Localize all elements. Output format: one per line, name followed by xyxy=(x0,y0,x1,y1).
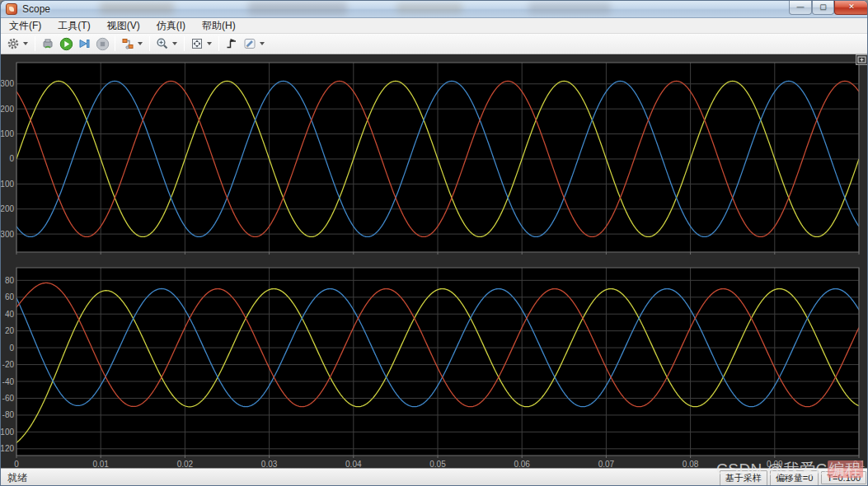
matlab-app-icon xyxy=(6,3,17,15)
menu-help[interactable]: 帮助(H) xyxy=(194,17,244,35)
svg-text:0.02: 0.02 xyxy=(177,460,194,468)
menu-simulation[interactable]: 仿真(I) xyxy=(148,17,194,35)
measurements-pen-icon xyxy=(243,37,256,50)
svg-text:-100: -100 xyxy=(1,180,14,189)
fit-to-view-icon xyxy=(190,37,204,50)
svg-text:-120: -120 xyxy=(1,444,14,453)
svg-text:0.03: 0.03 xyxy=(261,460,278,468)
signal-selector-dropdown-arrow[interactable] xyxy=(138,42,143,45)
svg-text:80: 80 xyxy=(5,276,15,285)
svg-text:0.09: 0.09 xyxy=(767,460,783,468)
scope-window: Scope — ▢ ✕ 文件(F) 工具(T) 视图(V) 仿真(I) 帮助(H… xyxy=(0,0,868,486)
svg-text:40: 40 xyxy=(5,310,15,319)
toolbar-separator xyxy=(149,36,150,51)
signal-selector-icon xyxy=(121,37,134,50)
expand-plus-icon xyxy=(857,56,866,63)
signal-selector-button[interactable] xyxy=(120,35,136,52)
minimize-button[interactable]: — xyxy=(789,1,812,15)
run-icon xyxy=(59,37,73,51)
svg-text:20: 20 xyxy=(5,326,15,335)
fit-to-view-dropdown-arrow[interactable] xyxy=(207,42,212,45)
titlebar-glass-blur xyxy=(396,3,462,13)
titlebar-glass-blur xyxy=(528,2,611,14)
svg-text:0.1: 0.1 xyxy=(853,460,865,468)
svg-text:0: 0 xyxy=(14,460,19,468)
status-bar: 就绪 基于采样 偏移量=0 T=0.100 xyxy=(1,468,868,486)
svg-text:-80: -80 xyxy=(2,410,15,419)
svg-text:-300: -300 xyxy=(1,230,14,239)
zoom-icon xyxy=(156,37,169,50)
svg-text:0.04: 0.04 xyxy=(345,460,362,468)
svg-text:200: 200 xyxy=(1,105,14,114)
toolbar xyxy=(1,34,868,54)
menu-bar: 文件(F) 工具(T) 视图(V) 仿真(I) 帮助(H) xyxy=(1,18,868,34)
zoom-dropdown-arrow[interactable] xyxy=(172,42,177,45)
svg-text:0.05: 0.05 xyxy=(429,460,446,468)
settings-gear-icon xyxy=(7,37,20,50)
svg-text:-60: -60 xyxy=(2,394,15,403)
svg-text:0: 0 xyxy=(9,154,14,163)
fit-to-view-button[interactable] xyxy=(189,35,205,52)
svg-text:300: 300 xyxy=(1,79,14,88)
stop-icon xyxy=(96,37,110,51)
svg-text:60: 60 xyxy=(5,292,15,301)
measurements-dropdown-arrow[interactable] xyxy=(260,42,265,45)
maximize-button[interactable]: ▢ xyxy=(812,1,834,15)
svg-text:100: 100 xyxy=(1,129,14,138)
svg-text:-20: -20 xyxy=(2,360,15,369)
svg-text:-200: -200 xyxy=(1,204,14,213)
svg-text:-100: -100 xyxy=(1,428,14,437)
settings-dropdown-arrow[interactable] xyxy=(23,42,28,45)
snapshot-icon xyxy=(41,37,54,50)
svg-text:-40: -40 xyxy=(2,377,15,386)
titlebar-glass-blur xyxy=(100,2,174,14)
window-title: Scope xyxy=(22,3,50,15)
expand-axes-button[interactable] xyxy=(856,54,868,65)
close-button[interactable]: ✕ xyxy=(834,1,868,15)
toolbar-separator xyxy=(115,36,115,51)
toolbar-separator xyxy=(35,36,35,51)
svg-text:0.08: 0.08 xyxy=(683,460,699,468)
svg-text:0.06: 0.06 xyxy=(514,460,530,468)
toolbar-separator xyxy=(218,36,219,51)
trigger-icon xyxy=(225,37,238,50)
svg-text:0.07: 0.07 xyxy=(598,460,615,468)
step-forward-button[interactable] xyxy=(76,35,92,52)
menu-file[interactable]: 文件(F) xyxy=(1,17,49,35)
snapshot-button[interactable] xyxy=(40,35,56,52)
step-forward-icon xyxy=(77,37,91,50)
measurements-button[interactable] xyxy=(242,35,258,52)
zoom-button[interactable] xyxy=(154,35,171,52)
stop-button[interactable] xyxy=(94,35,110,52)
status-sample-mode: 基于采样 xyxy=(720,470,767,486)
trigger-button[interactable] xyxy=(223,35,240,52)
svg-text:0.01: 0.01 xyxy=(92,460,109,468)
svg-text:0: 0 xyxy=(9,343,14,353)
status-offset: 偏移量=0 xyxy=(770,470,819,486)
titlebar-glass-blur xyxy=(248,2,347,15)
menu-view[interactable]: 视图(V) xyxy=(99,17,148,35)
status-time: T=0.100 xyxy=(821,471,866,484)
titlebar[interactable]: Scope — ▢ ✕ xyxy=(1,1,868,18)
menu-tools[interactable]: 工具(T) xyxy=(49,17,98,35)
toolbar-separator xyxy=(184,36,185,51)
voltage-plot[interactable]: 3002001000-100-200-300 xyxy=(1,54,868,261)
run-button[interactable] xyxy=(58,35,74,52)
scope-canvas: 3002001000-100-200-300 806040200-20-40-6… xyxy=(1,54,868,468)
current-plot[interactable]: 806040200-20-40-60-80-100-12000.010.020.… xyxy=(1,261,868,468)
status-ready-text: 就绪 xyxy=(7,471,720,485)
settings-button[interactable] xyxy=(5,35,21,52)
